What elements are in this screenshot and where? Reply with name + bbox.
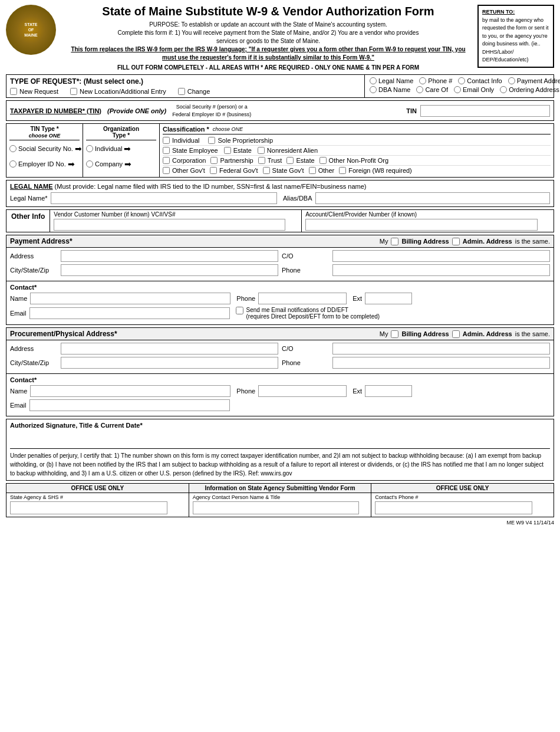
payment-contact-phone-input[interactable] xyxy=(258,293,347,304)
new-request-checkbox[interactable] xyxy=(10,88,17,95)
other-option[interactable]: Other xyxy=(309,167,335,174)
care-of-option[interactable]: Care Of xyxy=(416,86,448,93)
estate2-option[interactable]: Estate xyxy=(286,157,314,164)
dba-name-option[interactable]: DBA Name xyxy=(370,86,410,93)
account-number-label: Account/Client/Provider Number (if known… xyxy=(305,211,550,218)
trust-option[interactable]: Trust xyxy=(258,157,282,164)
ssn-option[interactable]: Social Security No. ➡ xyxy=(9,144,80,153)
corp-checkbox[interactable] xyxy=(163,157,170,164)
alias-field: Alias/DBA xyxy=(283,192,550,204)
other-govt-option[interactable]: Other Gov't xyxy=(163,167,205,174)
individual-class-option[interactable]: Individual xyxy=(163,137,199,144)
procurement-email-input[interactable] xyxy=(29,399,230,411)
state-employee-option[interactable]: State Employee xyxy=(163,147,218,154)
payment-city-input[interactable] xyxy=(61,264,278,276)
corp-option[interactable]: Corporation xyxy=(163,157,206,164)
procurement-name-field: Name xyxy=(10,385,230,397)
office-state-agency-input[interactable] xyxy=(10,501,167,514)
dba-name-radio[interactable] xyxy=(370,86,377,93)
ein-radio[interactable] xyxy=(9,160,17,168)
estate2-checkbox[interactable] xyxy=(286,157,294,164)
procurement-billing-same-checkbox[interactable] xyxy=(391,330,398,338)
warning-text: This form replaces the IRS W-9 form per … xyxy=(65,45,472,62)
new-location-checkbox[interactable] xyxy=(70,88,77,95)
care-of-radio[interactable] xyxy=(416,86,423,93)
ordering-address-radio[interactable] xyxy=(500,86,507,93)
individual-org-option[interactable]: Individual ➡ xyxy=(86,144,156,153)
ssn-radio[interactable] xyxy=(9,145,17,152)
account-number-input[interactable] xyxy=(305,219,538,231)
tin-input[interactable] xyxy=(420,105,550,117)
email-notify-checkbox[interactable] xyxy=(236,307,243,314)
change-checkbox[interactable] xyxy=(178,88,185,95)
phone-option[interactable]: Phone # xyxy=(419,77,452,84)
federal-govt-option[interactable]: Federal Gov't xyxy=(210,167,258,174)
individual-org-radio[interactable] xyxy=(86,145,93,152)
procurement-admin-same-checkbox[interactable] xyxy=(452,330,460,338)
payment-name-input[interactable] xyxy=(30,293,230,304)
procurement-contact-phone-input[interactable] xyxy=(258,385,347,397)
payment-admin-same-checkbox[interactable] xyxy=(452,238,460,245)
payment-billing-same-checkbox[interactable] xyxy=(391,238,398,245)
sole-prop-option[interactable]: Sole Proprietorship xyxy=(208,137,273,144)
federal-govt-checkbox[interactable] xyxy=(210,167,217,174)
other-checkbox[interactable] xyxy=(309,167,316,174)
procurement-phone-input[interactable] xyxy=(332,357,550,369)
sole-prop-checkbox[interactable] xyxy=(208,137,215,144)
foreign-option[interactable]: Foreign (W8 required) xyxy=(339,167,412,174)
office-header-right: OFFICE USE ONLY xyxy=(371,484,554,493)
other-govt-checkbox[interactable] xyxy=(163,167,170,174)
estate1-checkbox[interactable] xyxy=(224,147,231,154)
nonresident-checkbox[interactable] xyxy=(258,147,265,154)
legal-name-radio[interactable] xyxy=(370,77,377,84)
payment-addr-body: Address C/O City/State/Zip Phone xyxy=(6,248,554,281)
legal-name-option[interactable]: Legal Name xyxy=(370,77,413,84)
partnership-option[interactable]: Partnership xyxy=(210,157,253,164)
email-only-radio[interactable] xyxy=(454,86,461,93)
form-title: State of Maine Substitute W-9 & Vendor A… xyxy=(65,5,472,18)
new-location-option[interactable]: New Location/Additional Entry xyxy=(70,88,166,95)
procurement-co-input[interactable] xyxy=(332,343,550,354)
phone-radio[interactable] xyxy=(419,77,426,84)
legal-name-input[interactable] xyxy=(51,192,277,204)
email-only-option[interactable]: Email Only xyxy=(454,86,494,93)
email-only-label: Email Only xyxy=(463,86,494,93)
estate1-option[interactable]: Estate xyxy=(224,147,252,154)
procurement-address-input[interactable] xyxy=(61,343,278,354)
procurement-city-input[interactable] xyxy=(61,357,278,369)
alias-input[interactable] xyxy=(315,192,550,204)
office-contact-phone-input[interactable] xyxy=(375,501,532,514)
contact-info-radio[interactable] xyxy=(458,77,465,84)
individual-class-checkbox[interactable] xyxy=(163,137,170,144)
payment-co-input[interactable] xyxy=(332,250,550,262)
company-org-option[interactable]: Company ➡ xyxy=(86,159,156,169)
change-option[interactable]: Change xyxy=(178,88,210,95)
new-request-option[interactable]: New Request xyxy=(10,88,58,95)
nonresident-option[interactable]: Nonresident Alien xyxy=(258,147,318,154)
state-govt-option[interactable]: State Gov't xyxy=(263,167,304,174)
company-org-radio[interactable] xyxy=(86,160,93,168)
contact-info-option[interactable]: Contact Info xyxy=(458,77,502,84)
ordering-address-option[interactable]: Ordering Address xyxy=(500,86,559,93)
other-nonprofit-checkbox[interactable] xyxy=(319,157,327,164)
procurement-is-same: is the same. xyxy=(515,330,550,337)
payment-address-input[interactable] xyxy=(61,250,278,262)
state-govt-checkbox[interactable] xyxy=(263,167,270,174)
vendor-number-input[interactable] xyxy=(54,219,285,231)
office-agency-contact-input[interactable] xyxy=(193,501,359,514)
state-employee-checkbox[interactable] xyxy=(163,147,170,154)
payment-address-option[interactable]: Payment Address xyxy=(508,77,560,84)
trust-checkbox[interactable] xyxy=(258,157,265,164)
procurement-name-input[interactable] xyxy=(30,385,230,397)
procurement-ext-input[interactable] xyxy=(365,385,412,397)
type-request-top: TYPE OF REQUEST*: (Must select one.) New… xyxy=(6,75,554,97)
partnership-checkbox[interactable] xyxy=(210,157,218,164)
ein-option[interactable]: Employer ID No. ➡ xyxy=(9,159,80,169)
payment-ext-input[interactable] xyxy=(365,293,412,304)
payment-addr-two-col: Address C/O xyxy=(10,250,550,264)
payment-address-radio[interactable] xyxy=(508,77,515,84)
payment-phone-input[interactable] xyxy=(332,264,550,276)
foreign-checkbox[interactable] xyxy=(339,167,346,174)
payment-email-input[interactable] xyxy=(29,307,230,319)
other-nonprofit-option[interactable]: Other Non-Profit Org xyxy=(319,157,388,164)
